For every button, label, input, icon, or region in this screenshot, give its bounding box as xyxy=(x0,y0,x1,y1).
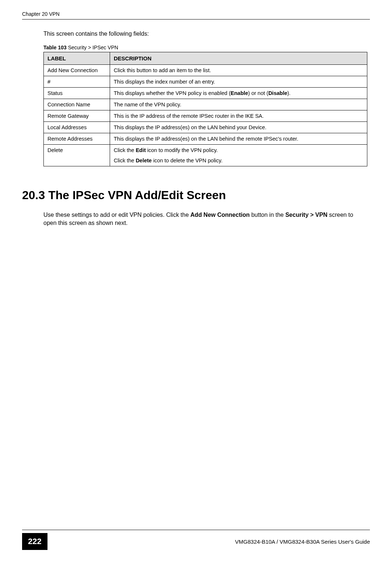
row-label: Delete xyxy=(44,145,110,166)
chapter-header: Chapter 20 VPN xyxy=(22,11,370,17)
page-number: 222 xyxy=(22,533,47,550)
row-label: Add New Connection xyxy=(44,65,110,76)
table-row: Remote Addresses This displays the IP ad… xyxy=(44,133,367,145)
row-description: This displays the IP address(es) on the … xyxy=(110,122,367,133)
footer-guide-text: VMG8324-B10A / VMG8324-B30A Series User'… xyxy=(235,539,370,545)
row-description: This displays the index number of an ent… xyxy=(110,76,367,88)
table-caption: Table 103 Security > IPSec VPN xyxy=(43,45,370,50)
table-caption-number: Table 103 xyxy=(43,45,67,50)
table-row: Status This displays whether the VPN pol… xyxy=(44,88,367,99)
table-row: Delete Click the Edit icon to modify the… xyxy=(44,145,367,166)
row-label: Local Addresses xyxy=(44,122,110,133)
header-divider xyxy=(22,19,370,20)
table-row: Remote Gateway This is the IP address of… xyxy=(44,110,367,122)
row-description: This displays whether the VPN policy is … xyxy=(110,88,367,99)
table-caption-text: Security > IPSec VPN xyxy=(67,45,118,50)
row-label: Remote Addresses xyxy=(44,133,110,145)
table-row: # This displays the index number of an e… xyxy=(44,76,367,88)
intro-text: This screen contains the following field… xyxy=(43,31,370,37)
footer-divider xyxy=(22,530,370,530)
page-footer: 222 VMG8324-B10A / VMG8324-B30A Series U… xyxy=(0,530,392,550)
table-header-label: LABEL xyxy=(44,52,110,65)
row-label: Remote Gateway xyxy=(44,110,110,122)
table-row: Local Addresses This displays the IP add… xyxy=(44,122,367,133)
row-description: The name of the VPN policy. xyxy=(110,99,367,110)
table-row: Connection Name The name of the VPN poli… xyxy=(44,99,367,110)
row-description: Click the Edit icon to modify the VPN po… xyxy=(110,145,367,166)
table-header-description: DESCRIPTION xyxy=(110,52,367,65)
row-label: # xyxy=(44,76,110,88)
row-description: This is the IP address of the remote IPS… xyxy=(110,110,367,122)
section-heading: 20.3 The IPSec VPN Add/Edit Screen xyxy=(22,188,370,202)
table-row: Add New Connection Click this button to … xyxy=(44,65,367,76)
section-body: Use these settings to add or edit VPN po… xyxy=(43,211,364,227)
footer-content: 222 VMG8324-B10A / VMG8324-B30A Series U… xyxy=(22,533,370,550)
row-label: Status xyxy=(44,88,110,99)
row-description: This displays the IP address(es) on the … xyxy=(110,133,367,145)
page-container: Chapter 20 VPN This screen contains the … xyxy=(0,0,392,227)
row-description: Click this button to add an item to the … xyxy=(110,65,367,76)
table-header-row: LABEL DESCRIPTION xyxy=(44,52,367,65)
row-label: Connection Name xyxy=(44,99,110,110)
vpn-settings-table: LABEL DESCRIPTION Add New Connection Cli… xyxy=(43,52,367,166)
